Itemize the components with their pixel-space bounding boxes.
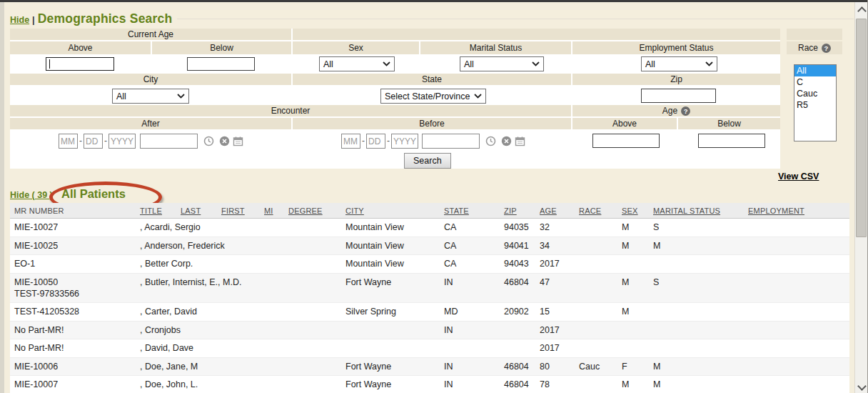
current-age-below-label: Below xyxy=(152,41,291,54)
before-time-input[interactable] xyxy=(422,134,480,149)
col-mi[interactable]: MI xyxy=(264,207,273,215)
window-left-edge xyxy=(0,2,4,393)
patient-sex: M xyxy=(622,219,653,237)
patient-mr: MIE-10050 xyxy=(14,277,140,289)
patient-marital: M xyxy=(653,357,748,376)
clock-icon[interactable] xyxy=(485,136,496,146)
hide-results-link[interactable]: Hide ( 39 ) xyxy=(10,190,53,200)
sex-label: Sex xyxy=(293,41,419,54)
race-option[interactable]: R5 xyxy=(794,99,836,111)
state-label: State xyxy=(293,74,571,85)
patient-row[interactable]: MIE-10007 , Doe, John, L. Fort Wayne IN … xyxy=(10,376,849,393)
patient-name: , Doe, John, L. xyxy=(140,376,345,393)
col-degree[interactable]: DEGREE xyxy=(288,207,323,215)
employment-status-select-value: All xyxy=(645,59,655,69)
patient-name: , Butler, Internist, E., M.D. xyxy=(140,273,345,303)
patient-mr: MIE-10006 xyxy=(14,362,140,373)
patient-zip: 94041 xyxy=(504,237,540,255)
chevron-down-icon xyxy=(177,94,185,99)
calendar-icon[interactable] xyxy=(233,136,243,146)
view-csv-link[interactable]: View CSV xyxy=(778,171,819,181)
before-dd-input[interactable] xyxy=(366,134,385,149)
patient-employment xyxy=(748,321,849,339)
scrollbar-thumb[interactable] xyxy=(856,19,867,237)
col-state[interactable]: STATE xyxy=(444,207,469,215)
clear-icon[interactable] xyxy=(219,136,230,146)
search-button[interactable]: Search xyxy=(404,153,451,169)
patient-race xyxy=(579,321,622,339)
patient-marital: S xyxy=(653,219,748,237)
col-city[interactable]: CITY xyxy=(345,207,364,215)
race-option[interactable]: C xyxy=(794,76,836,88)
patient-city: Fort Wayne xyxy=(345,376,444,393)
col-first[interactable]: FIRST xyxy=(221,207,245,215)
patient-mr2: TEST-97833566 xyxy=(14,288,140,299)
patient-race xyxy=(579,376,622,393)
marital-status-select[interactable]: All xyxy=(460,56,544,71)
clear-icon[interactable] xyxy=(501,136,512,146)
race-listbox[interactable]: AllCCaucR5 xyxy=(794,64,837,141)
calendar-icon[interactable] xyxy=(515,136,525,146)
race-option[interactable]: All xyxy=(794,65,836,76)
zip-input[interactable] xyxy=(641,89,716,103)
patient-age: 78 xyxy=(540,376,579,393)
age-above-input[interactable] xyxy=(592,134,660,148)
state-select[interactable]: Select State/Province xyxy=(380,89,486,104)
patient-age: 2017 xyxy=(540,255,579,274)
city-select[interactable]: All xyxy=(112,89,189,104)
patient-row[interactable]: MIE-10006 , Doe, Jane, M Fort Wayne IN 4… xyxy=(10,357,849,376)
race-option[interactable]: Cauc xyxy=(794,88,836,99)
employment-status-select[interactable]: All xyxy=(641,56,717,71)
patient-marital xyxy=(653,303,748,322)
age-above-label: Above xyxy=(572,118,677,129)
age-below-input[interactable] xyxy=(698,134,765,148)
patient-race xyxy=(579,255,622,274)
col-zip[interactable]: ZIP xyxy=(504,207,517,215)
col-employment[interactable]: EMPLOYMENT xyxy=(748,207,804,215)
patient-city: Silver Spring xyxy=(345,303,444,322)
patient-row[interactable]: No Part-MR! , David, Dave 2017 xyxy=(10,339,849,358)
col-title[interactable]: TITLE xyxy=(140,207,162,215)
patient-row[interactable]: No Part-MR! , Cronjobs IN 2017 xyxy=(10,321,849,339)
patient-race: Cauc xyxy=(579,357,622,376)
employment-status-label: Employment Status xyxy=(572,41,780,54)
patient-row[interactable]: MIE-10027 , Acardi, Sergio Mountain View… xyxy=(10,219,849,237)
patient-state xyxy=(444,339,504,358)
age-help-icon[interactable]: ? xyxy=(681,106,690,116)
patient-row[interactable]: MIE-10025 , Anderson, Frederick Mountain… xyxy=(10,237,849,255)
patient-zip: 94035 xyxy=(504,219,540,237)
patient-row[interactable]: TEST-41205328 , Carter, David Silver Spr… xyxy=(10,303,849,322)
panel-header: Hide|Demographics Search xyxy=(10,11,172,26)
col-sex[interactable]: SEX xyxy=(622,207,638,215)
after-mm-input[interactable] xyxy=(59,134,78,149)
col-age[interactable]: AGE xyxy=(540,207,557,215)
patient-zip xyxy=(504,339,540,358)
patient-city: Fort Wayne xyxy=(345,357,444,376)
all-patients-title: All Patients xyxy=(61,187,126,201)
patient-age: 80 xyxy=(540,357,579,376)
clock-icon[interactable] xyxy=(203,136,214,146)
col-race[interactable]: RACE xyxy=(579,207,601,215)
before-yyyy-input[interactable] xyxy=(391,134,418,149)
date-dash: - xyxy=(362,136,365,146)
sex-select[interactable]: All xyxy=(319,56,395,71)
patient-employment xyxy=(748,219,849,237)
patient-race xyxy=(579,339,622,358)
col-marital-status[interactable]: MARITAL STATUS xyxy=(653,207,720,215)
current-age-above-input[interactable] xyxy=(46,57,114,71)
patient-row[interactable]: MIE-10050TEST-97833566 , Butler, Interni… xyxy=(10,273,849,303)
after-yyyy-input[interactable] xyxy=(108,134,136,149)
patient-city: Fort Wayne xyxy=(345,273,444,303)
col-last[interactable]: LAST xyxy=(181,207,201,215)
encounter-after-label: After xyxy=(10,118,291,129)
patient-name: , Cronjobs xyxy=(140,321,345,339)
current-age-below-input[interactable] xyxy=(187,57,255,71)
before-mm-input[interactable] xyxy=(341,134,360,149)
hide-search-link[interactable]: Hide xyxy=(10,15,29,25)
after-time-input[interactable] xyxy=(140,134,198,149)
patient-row[interactable]: EO-1 , Better Corp. Mountain View CA 940… xyxy=(10,255,849,274)
race-help-icon[interactable]: ? xyxy=(822,44,831,53)
patient-mr: MIE-10025 xyxy=(14,241,140,252)
encounter-group-label: Encounter xyxy=(10,105,571,116)
after-dd-input[interactable] xyxy=(84,134,103,149)
